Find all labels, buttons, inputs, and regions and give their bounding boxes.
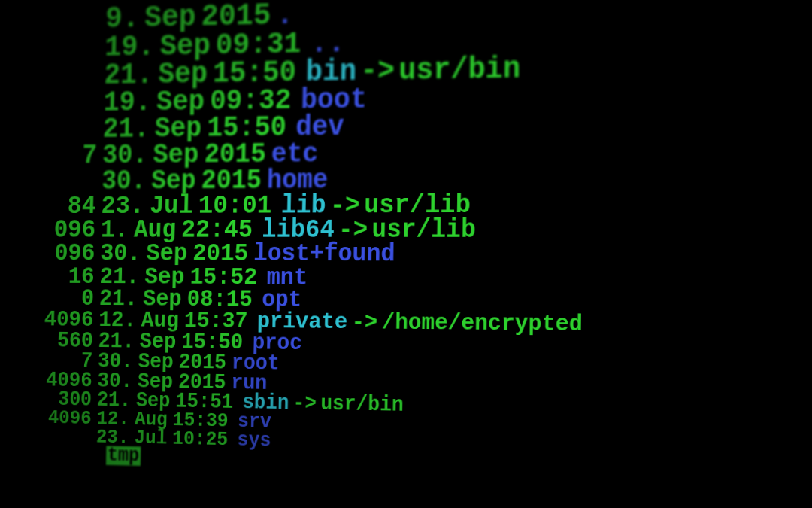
file-month: Sep xyxy=(146,242,192,266)
file-size: 096 xyxy=(42,242,101,266)
file-name: tmp xyxy=(106,446,141,465)
file-size: 7 xyxy=(44,142,102,170)
terminal-listing: 9.Sep2015.19.Sep09:31..21.Sep15:50bin->u… xyxy=(38,0,812,481)
file-size xyxy=(47,4,105,35)
symlink-arrow: -> xyxy=(347,311,382,334)
file-size xyxy=(38,445,96,465)
symlink-target: usr/bin xyxy=(398,54,520,87)
symlink-arrow: -> xyxy=(289,393,320,414)
file-day: 30. xyxy=(100,242,147,266)
file-month: Jul xyxy=(134,428,172,449)
file-size: 16 xyxy=(41,265,100,289)
file-size xyxy=(47,32,105,63)
file-size xyxy=(46,89,104,118)
file-name: sys xyxy=(237,430,271,451)
symlink-arrow: -> xyxy=(356,56,399,87)
file-size xyxy=(46,61,104,91)
